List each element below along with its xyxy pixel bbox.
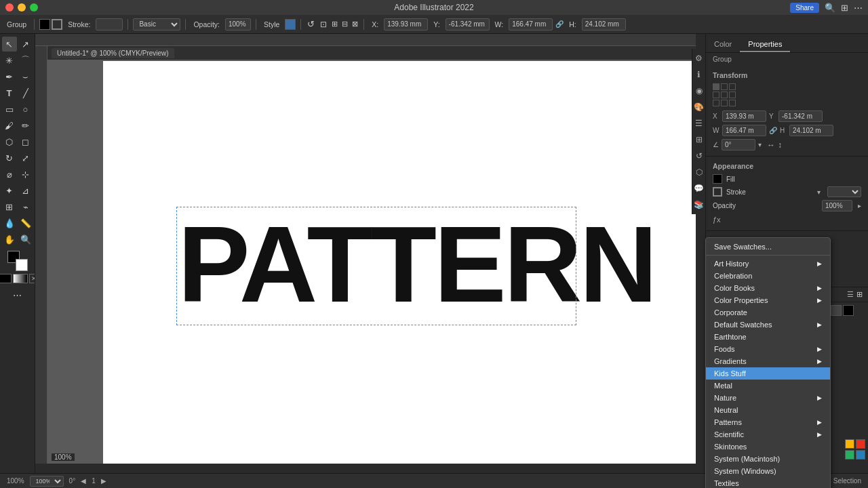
layer-nav-right[interactable]: ▶	[101, 477, 106, 485]
selection-tool[interactable]: ↖	[2, 37, 17, 52]
warp-tool[interactable]: ⌀	[2, 167, 17, 182]
eyedropper-tool[interactable]: 💧	[2, 216, 17, 230]
opacity-input[interactable]	[225, 18, 251, 30]
perspective-tool[interactable]: ⊿	[18, 183, 33, 198]
side-icon-appearance-2[interactable]: ◉	[692, 84, 706, 98]
swatch-black[interactable]	[843, 305, 854, 316]
fx-label[interactable]: ƒx	[713, 214, 861, 225]
link-wh-icon[interactable]: 🔗	[769, 127, 777, 134]
menu-save-swatches[interactable]: Save Swatches...	[706, 241, 830, 253]
zoom-status[interactable]: 100%	[7, 477, 24, 485]
recent-color-1[interactable]	[845, 439, 854, 449]
menu-art-history[interactable]: Art History ▶	[706, 258, 830, 270]
menu-metal[interactable]: Metal	[706, 380, 830, 392]
menu-system-win[interactable]: System (Windows)	[706, 465, 830, 477]
menu-textiles[interactable]: Textiles	[706, 477, 830, 488]
color-mode-gradient[interactable]	[13, 274, 28, 283]
side-icon-color-wheel[interactable]: 🎨	[692, 100, 706, 114]
search-icon[interactable]: 🔍	[825, 3, 835, 13]
menu-system-mac[interactable]: System (Macintosh)	[706, 453, 830, 465]
menu-patterns[interactable]: Patterns ▶	[706, 416, 830, 428]
canvas-area[interactable]: Untitled-1* @ 100% (CMYK/Preview) PATTER…	[35, 34, 705, 473]
scale-tool[interactable]: ⤢	[18, 150, 33, 165]
background-color[interactable]	[16, 259, 28, 271]
recent-color-4[interactable]	[856, 450, 865, 460]
zoom-select[interactable]: 100%	[30, 476, 64, 487]
link-wh-icon[interactable]: 🔗	[555, 20, 564, 28]
stroke-select[interactable]	[827, 186, 861, 197]
side-icon-properties[interactable]: ⚙	[692, 52, 706, 65]
color-mode-none[interactable]: ✕	[29, 274, 36, 283]
canvas-tab[interactable]: Untitled-1* @ 100% (CMYK/Preview)	[52, 48, 174, 58]
side-icon-comment[interactable]: 💬	[692, 182, 706, 195]
y-coord-input[interactable]	[778, 110, 823, 122]
w-input[interactable]	[509, 18, 553, 30]
tab-color[interactable]: Color	[706, 37, 740, 52]
menu-earthtone[interactable]: Earthtone	[706, 331, 830, 343]
transform-icon-1[interactable]: ↺	[306, 19, 316, 29]
stroke-input[interactable]	[96, 18, 123, 30]
share-button[interactable]: Share	[790, 3, 819, 13]
recent-color-2[interactable]	[856, 439, 865, 449]
side-icon-layers[interactable]: ☰	[692, 117, 706, 130]
magic-wand-tool[interactable]: ✳	[2, 53, 17, 68]
more-tools-icon[interactable]: ⋯	[10, 287, 25, 302]
menu-foods[interactable]: Foods ▶	[706, 343, 830, 355]
type-tool[interactable]: T	[2, 85, 17, 100]
fill-color-box[interactable]	[39, 19, 50, 30]
stroke-color-box[interactable]	[52, 19, 62, 30]
menu-gradients[interactable]: Gradients ▶	[706, 355, 830, 367]
fg-bg-colors[interactable]	[7, 251, 28, 271]
menu-color-properties[interactable]: Color Properties ▶	[706, 294, 830, 306]
stroke-expand-icon[interactable]: ▾	[817, 188, 821, 196]
scrollbar-bottom[interactable]	[35, 464, 705, 473]
style-swatch[interactable]	[285, 19, 296, 30]
h-coord-input[interactable]	[789, 125, 833, 136]
menu-color-books[interactable]: Color Books ▶	[706, 282, 830, 294]
shaper-tool[interactable]: ⬡	[2, 134, 17, 149]
y-input[interactable]	[446, 18, 490, 30]
h-input[interactable]	[582, 18, 626, 30]
curvature-tool[interactable]: ⌣	[18, 69, 33, 84]
paintbrush-tool[interactable]: 🖌	[2, 118, 17, 133]
rotation-status[interactable]: 0°	[69, 477, 76, 485]
flip-v-icon[interactable]: ↕	[778, 140, 782, 150]
align-right-icon[interactable]: ⊠	[351, 20, 359, 28]
swatches-grid-view[interactable]: ⊞	[856, 290, 863, 299]
stroke-indicator[interactable]	[713, 187, 722, 197]
eraser-tool[interactable]: ◻	[18, 134, 33, 149]
opacity-expand-icon[interactable]: ▸	[858, 202, 861, 209]
minimize-button[interactable]	[18, 3, 26, 12]
align-left-icon[interactable]: ⊞	[331, 20, 338, 28]
lasso-tool[interactable]: ⌒	[18, 53, 33, 68]
profile-select[interactable]: Basic	[133, 18, 180, 30]
side-icon-info[interactable]: ℹ	[692, 68, 706, 81]
pencil-tool[interactable]: ✏	[18, 118, 33, 133]
zoom-tool[interactable]: 🔍	[18, 232, 33, 247]
menu-nature[interactable]: Nature ▶	[706, 392, 830, 404]
mesh-tool[interactable]: ⊞	[2, 199, 17, 214]
rectangle-tool[interactable]: ▭	[2, 102, 17, 117]
menu-celebration[interactable]: Celebration	[706, 270, 830, 282]
recent-color-3[interactable]	[845, 450, 854, 460]
line-tool[interactable]: ╱	[18, 85, 33, 100]
align-center-icon[interactable]: ⊟	[341, 20, 349, 28]
menu-default-swatches[interactable]: Default Swatches ▶	[706, 319, 830, 331]
angle-down-icon[interactable]: ▾	[758, 141, 762, 148]
rotate-tool[interactable]: ↻	[2, 150, 17, 165]
free-transform-tool[interactable]: ⊹	[18, 167, 33, 182]
menu-kids-stuff[interactable]: Kids Stuff	[706, 367, 830, 380]
measure-tool[interactable]: 📏	[18, 216, 33, 230]
color-mode-solid[interactable]	[0, 274, 12, 283]
direct-selection-tool[interactable]: ↗	[18, 37, 33, 52]
reference-grid[interactable]	[713, 83, 736, 106]
side-icon-pathfinder[interactable]: ⬡	[692, 165, 706, 179]
menu-scientific[interactable]: Scientific ▶	[706, 428, 830, 441]
close-button[interactable]	[5, 3, 14, 12]
menu-corporate[interactable]: Corporate	[706, 306, 830, 319]
flip-h-icon[interactable]: ↔	[767, 140, 775, 150]
hand-tool[interactable]: ✋	[2, 232, 17, 247]
more-icon[interactable]: ⋯	[854, 3, 863, 13]
maximize-button[interactable]	[30, 3, 38, 12]
swatch-darkgray[interactable]	[831, 305, 842, 316]
